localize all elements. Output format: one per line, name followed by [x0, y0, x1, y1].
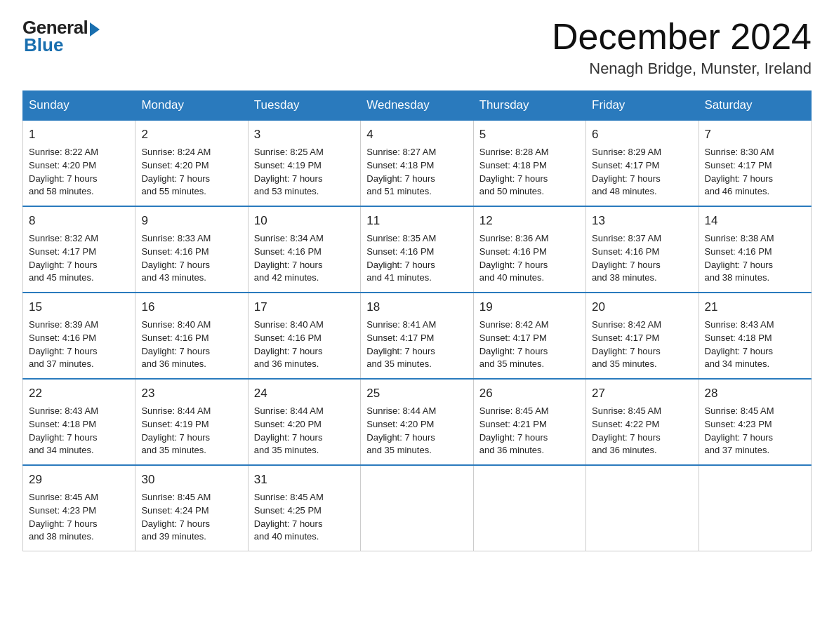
- day-info: Sunrise: 8:44 AMSunset: 4:20 PMDaylight:…: [254, 405, 355, 457]
- day-number: 10: [254, 213, 355, 230]
- days-of-week-row: SundayMondayTuesdayWednesdayThursdayFrid…: [23, 91, 812, 121]
- day-number: 8: [29, 213, 129, 230]
- day-of-week-header: Thursday: [473, 91, 585, 121]
- calendar-day-cell: 11Sunrise: 8:35 AMSunset: 4:16 PMDayligh…: [361, 206, 473, 293]
- day-of-week-header: Friday: [586, 91, 699, 121]
- day-number: 23: [141, 385, 241, 403]
- calendar-day-cell: 3Sunrise: 8:25 AMSunset: 4:19 PMDaylight…: [248, 120, 360, 206]
- calendar-day-cell: [586, 465, 699, 551]
- day-info: Sunrise: 8:29 AMSunset: 4:17 PMDaylight:…: [592, 146, 692, 199]
- day-number: 26: [479, 385, 580, 403]
- calendar-day-cell: [699, 465, 811, 551]
- day-number: 1: [29, 126, 129, 144]
- day-info: Sunrise: 8:35 AMSunset: 4:16 PMDaylight:…: [366, 232, 467, 285]
- day-number: 15: [29, 299, 129, 316]
- day-info: Sunrise: 8:37 AMSunset: 4:16 PMDaylight:…: [592, 232, 692, 285]
- day-of-week-header: Wednesday: [361, 91, 473, 121]
- calendar-day-cell: 30Sunrise: 8:45 AMSunset: 4:24 PMDayligh…: [135, 465, 248, 551]
- calendar-day-cell: 28Sunrise: 8:45 AMSunset: 4:23 PMDayligh…: [699, 379, 811, 465]
- location-subtitle: Nenagh Bridge, Munster, Ireland: [552, 60, 812, 78]
- day-info: Sunrise: 8:36 AMSunset: 4:16 PMDaylight:…: [479, 232, 580, 285]
- day-info: Sunrise: 8:45 AMSunset: 4:21 PMDaylight:…: [479, 405, 580, 457]
- calendar-day-cell: 24Sunrise: 8:44 AMSunset: 4:20 PMDayligh…: [248, 379, 360, 465]
- calendar-header: SundayMondayTuesdayWednesdayThursdayFrid…: [23, 91, 812, 121]
- day-info: Sunrise: 8:34 AMSunset: 4:16 PMDaylight:…: [254, 232, 355, 285]
- day-info: Sunrise: 8:45 AMSunset: 4:23 PMDaylight:…: [29, 491, 129, 544]
- logo-blue-text: Blue: [24, 34, 63, 56]
- day-number: 3: [254, 126, 355, 144]
- day-info: Sunrise: 8:38 AMSunset: 4:16 PMDaylight:…: [705, 232, 805, 285]
- calendar-day-cell: 8Sunrise: 8:32 AMSunset: 4:17 PMDaylight…: [23, 206, 135, 293]
- day-info: Sunrise: 8:42 AMSunset: 4:17 PMDaylight:…: [592, 318, 692, 371]
- day-number: 31: [254, 471, 355, 489]
- day-info: Sunrise: 8:43 AMSunset: 4:18 PMDaylight:…: [705, 318, 805, 371]
- logo: General Blue: [22, 17, 100, 56]
- day-info: Sunrise: 8:30 AMSunset: 4:17 PMDaylight:…: [705, 146, 805, 199]
- day-info: Sunrise: 8:33 AMSunset: 4:16 PMDaylight:…: [141, 232, 241, 285]
- calendar-day-cell: 12Sunrise: 8:36 AMSunset: 4:16 PMDayligh…: [473, 206, 585, 293]
- calendar-day-cell: 22Sunrise: 8:43 AMSunset: 4:18 PMDayligh…: [23, 379, 135, 465]
- calendar-week-row: 8Sunrise: 8:32 AMSunset: 4:17 PMDaylight…: [23, 206, 812, 293]
- month-year-title: December 2024: [552, 17, 812, 57]
- day-of-week-header: Saturday: [699, 91, 811, 121]
- day-number: 29: [29, 471, 129, 489]
- calendar-day-cell: 10Sunrise: 8:34 AMSunset: 4:16 PMDayligh…: [248, 206, 360, 293]
- calendar-day-cell: [473, 465, 585, 551]
- day-info: Sunrise: 8:39 AMSunset: 4:16 PMDaylight:…: [29, 318, 129, 371]
- day-info: Sunrise: 8:45 AMSunset: 4:22 PMDaylight:…: [592, 405, 692, 457]
- day-number: 28: [705, 385, 805, 403]
- calendar-day-cell: 6Sunrise: 8:29 AMSunset: 4:17 PMDaylight…: [586, 120, 699, 206]
- calendar-day-cell: 1Sunrise: 8:22 AMSunset: 4:20 PMDaylight…: [23, 120, 135, 206]
- calendar-day-cell: 18Sunrise: 8:41 AMSunset: 4:17 PMDayligh…: [361, 293, 473, 379]
- calendar-day-cell: 2Sunrise: 8:24 AMSunset: 4:20 PMDaylight…: [135, 120, 248, 206]
- day-info: Sunrise: 8:40 AMSunset: 4:16 PMDaylight:…: [254, 318, 355, 371]
- day-number: 12: [479, 213, 580, 230]
- day-number: 20: [592, 299, 692, 316]
- day-number: 27: [592, 385, 692, 403]
- day-number: 16: [141, 299, 241, 316]
- calendar-day-cell: 19Sunrise: 8:42 AMSunset: 4:17 PMDayligh…: [473, 293, 585, 379]
- day-info: Sunrise: 8:22 AMSunset: 4:20 PMDaylight:…: [29, 146, 129, 199]
- day-of-week-header: Tuesday: [248, 91, 360, 121]
- calendar-day-cell: [361, 465, 473, 551]
- logo-arrow-icon: [90, 22, 100, 36]
- calendar-day-cell: 27Sunrise: 8:45 AMSunset: 4:22 PMDayligh…: [586, 379, 699, 465]
- calendar-day-cell: 26Sunrise: 8:45 AMSunset: 4:21 PMDayligh…: [473, 379, 585, 465]
- calendar-body: 1Sunrise: 8:22 AMSunset: 4:20 PMDaylight…: [23, 120, 812, 551]
- calendar-day-cell: 15Sunrise: 8:39 AMSunset: 4:16 PMDayligh…: [23, 293, 135, 379]
- day-number: 6: [592, 126, 692, 144]
- day-number: 21: [705, 299, 805, 316]
- calendar-day-cell: 14Sunrise: 8:38 AMSunset: 4:16 PMDayligh…: [699, 206, 811, 293]
- day-number: 2: [141, 126, 241, 144]
- calendar-day-cell: 9Sunrise: 8:33 AMSunset: 4:16 PMDaylight…: [135, 206, 248, 293]
- calendar-day-cell: 16Sunrise: 8:40 AMSunset: 4:16 PMDayligh…: [135, 293, 248, 379]
- day-info: Sunrise: 8:24 AMSunset: 4:20 PMDaylight:…: [141, 146, 241, 199]
- day-number: 22: [29, 385, 129, 403]
- day-number: 9: [141, 213, 241, 230]
- calendar-week-row: 15Sunrise: 8:39 AMSunset: 4:16 PMDayligh…: [23, 293, 812, 379]
- day-info: Sunrise: 8:43 AMSunset: 4:18 PMDaylight:…: [29, 405, 129, 457]
- calendar-day-cell: 21Sunrise: 8:43 AMSunset: 4:18 PMDayligh…: [699, 293, 811, 379]
- day-info: Sunrise: 8:32 AMSunset: 4:17 PMDaylight:…: [29, 232, 129, 285]
- day-number: 7: [705, 126, 805, 144]
- calendar-day-cell: 31Sunrise: 8:45 AMSunset: 4:25 PMDayligh…: [248, 465, 360, 551]
- calendar-week-row: 1Sunrise: 8:22 AMSunset: 4:20 PMDaylight…: [23, 120, 812, 206]
- day-number: 24: [254, 385, 355, 403]
- day-info: Sunrise: 8:42 AMSunset: 4:17 PMDaylight:…: [479, 318, 580, 371]
- calendar-day-cell: 5Sunrise: 8:28 AMSunset: 4:18 PMDaylight…: [473, 120, 585, 206]
- day-info: Sunrise: 8:25 AMSunset: 4:19 PMDaylight:…: [254, 146, 355, 199]
- day-info: Sunrise: 8:41 AMSunset: 4:17 PMDaylight:…: [366, 318, 467, 371]
- day-of-week-header: Monday: [135, 91, 248, 121]
- calendar-day-cell: 20Sunrise: 8:42 AMSunset: 4:17 PMDayligh…: [586, 293, 699, 379]
- calendar-day-cell: 4Sunrise: 8:27 AMSunset: 4:18 PMDaylight…: [361, 120, 473, 206]
- day-info: Sunrise: 8:44 AMSunset: 4:19 PMDaylight:…: [141, 405, 241, 457]
- day-number: 13: [592, 213, 692, 230]
- title-section: December 2024 Nenagh Bridge, Munster, Ir…: [552, 17, 812, 78]
- day-number: 14: [705, 213, 805, 230]
- day-number: 5: [479, 126, 580, 144]
- day-info: Sunrise: 8:44 AMSunset: 4:20 PMDaylight:…: [366, 405, 467, 457]
- day-info: Sunrise: 8:40 AMSunset: 4:16 PMDaylight:…: [141, 318, 241, 371]
- calendar-day-cell: 29Sunrise: 8:45 AMSunset: 4:23 PMDayligh…: [23, 465, 135, 551]
- calendar-day-cell: 13Sunrise: 8:37 AMSunset: 4:16 PMDayligh…: [586, 206, 699, 293]
- day-number: 11: [366, 213, 467, 230]
